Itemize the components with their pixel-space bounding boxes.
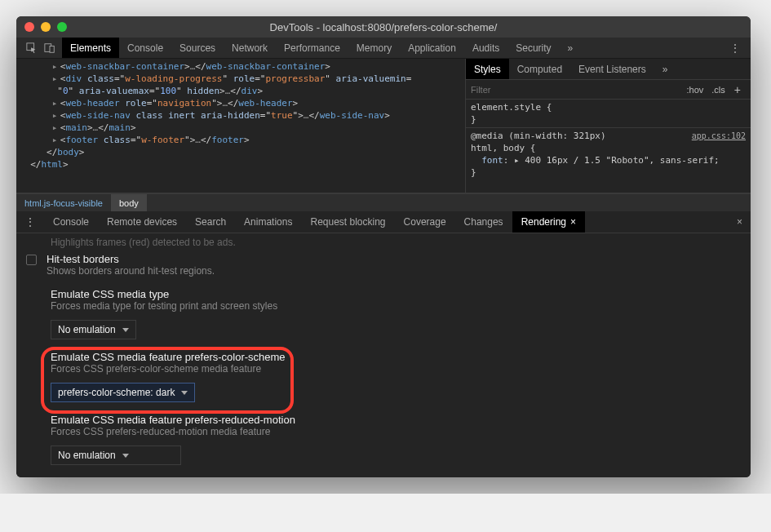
device-toolbar-icon[interactable] [44, 42, 55, 54]
emulate-prefers-color-scheme-section: Emulate CSS media feature prefers-color-… [26, 343, 741, 376]
dom-node-line[interactable]: "0" aria-valuemax="100" hidden>…</div> [20, 85, 462, 97]
option-title: Hit-test borders [47, 253, 215, 265]
breadcrumb-item[interactable]: html.js-focus-visible [16, 194, 111, 211]
dom-node-line[interactable]: ▸<web-side-nav class inert aria-hidden="… [20, 109, 462, 122]
tab-sources[interactable]: Sources [171, 38, 224, 58]
tab-elements[interactable]: Elements [62, 38, 119, 58]
option-subtitle: Forces CSS prefers-reduced-motion media … [51, 426, 741, 437]
sidebar-tab-computed[interactable]: Computed [509, 59, 570, 79]
close-tab-icon[interactable]: × [570, 216, 576, 228]
new-style-rule-icon[interactable]: + [729, 83, 746, 96]
inspect-element-icon[interactable] [26, 42, 38, 54]
rule-selector: html, body { [471, 143, 535, 153]
drawer-tab-changes[interactable]: Changes [455, 211, 512, 233]
breadcrumb-item[interactable]: body [111, 194, 147, 211]
close-brace: } [471, 114, 476, 125]
hit-test-borders-checkbox[interactable] [26, 255, 37, 265]
css-property-value: 400 16px / 1.5 "Roboto", sans-serif; [525, 155, 719, 166]
tab-memory[interactable]: Memory [348, 38, 400, 58]
hit-test-borders-option: Hit-test borders Shows borders around hi… [26, 250, 741, 280]
emulate-prefers-reduced-motion-select[interactable]: No emulation [51, 446, 181, 465]
drawer: ⋮ Console Remote devices Search Animatio… [16, 211, 751, 477]
emulate-prefers-color-scheme-select[interactable]: prefers-color-scheme: dark [51, 383, 195, 402]
dom-node-line[interactable]: ▸<div class="w-loading-progress" role="p… [20, 73, 462, 85]
dom-breadcrumbs: html.js-focus-visible body [16, 193, 751, 211]
drawer-tab-request-blocking[interactable]: Request blocking [301, 211, 394, 233]
more-tabs-icon[interactable]: » [560, 42, 582, 54]
css-property-name: font [481, 155, 503, 166]
sidebar-tab-styles[interactable]: Styles [466, 59, 509, 79]
chevron-down-icon [122, 328, 129, 332]
chevron-down-icon [181, 391, 188, 395]
drawer-tab-console[interactable]: Console [44, 211, 98, 233]
source-link[interactable]: app.css:102 [692, 130, 746, 142]
drawer-menu-icon[interactable]: ⋮ [16, 215, 44, 228]
select-value: No emulation [58, 324, 116, 335]
select-value: No emulation [58, 450, 116, 461]
dom-node-line[interactable]: ▸<footer class="w-footer">…</footer> [20, 134, 462, 146]
main-tab-bar: Elements Console Sources Network Perform… [16, 38, 751, 59]
dom-node-line[interactable]: ▸<web-snackbar-container>…</web-snackbar… [20, 60, 462, 73]
main-tabs: Elements Console Sources Network Perform… [62, 38, 581, 58]
media-query-text: @media (min-width: 321px) [471, 131, 606, 141]
sidebar-tab-overflow-icon[interactable]: » [654, 59, 676, 79]
styles-filter-input[interactable] [471, 85, 683, 95]
option-subtitle: Shows borders around hit-test regions. [47, 265, 215, 277]
tab-application[interactable]: Application [400, 38, 464, 58]
dom-node-line[interactable]: ▸<main>…</main> [20, 122, 462, 134]
drawer-tab-remote-devices[interactable]: Remote devices [98, 211, 186, 233]
styles-rules[interactable]: element.style { } @media (min-width: 321… [466, 100, 751, 193]
tab-performance[interactable]: Performance [276, 38, 348, 58]
sidebar-tab-event-listeners[interactable]: Event Listeners [570, 59, 654, 79]
toggle-hov-button[interactable]: :hov [683, 85, 708, 95]
drawer-tab-search[interactable]: Search [186, 211, 235, 233]
styles-filter-bar: :hov .cls + [466, 80, 751, 100]
styles-tabs: Styles Computed Event Listeners » [466, 59, 751, 80]
dom-node-line[interactable]: </html> [20, 158, 462, 171]
drawer-tab-bar: ⋮ Console Remote devices Search Animatio… [16, 211, 751, 233]
option-subtitle: Forces CSS prefers-color-scheme media fe… [51, 363, 741, 375]
tab-security[interactable]: Security [507, 38, 559, 58]
drawer-tab-rendering[interactable]: Rendering × [512, 211, 585, 233]
svg-rect-2 [50, 46, 54, 52]
expand-shorthand-icon[interactable]: ▸ [514, 155, 520, 166]
option-title: Emulate CSS media feature prefers-reduce… [51, 414, 741, 426]
styles-sidebar: Styles Computed Event Listeners » :hov .… [465, 59, 751, 193]
close-drawer-icon[interactable]: × [729, 216, 751, 228]
tab-network[interactable]: Network [224, 38, 276, 58]
truncated-option-subtitle: Highlights frames (red) detected to be a… [26, 237, 741, 248]
rendering-panel: Highlights frames (red) detected to be a… [16, 233, 751, 477]
titlebar: DevTools - localhost:8080/prefers-color-… [16, 16, 751, 38]
dom-node-line[interactable]: </body> [20, 146, 462, 158]
drawer-tab-label: Rendering [521, 216, 566, 228]
emulate-prefers-reduced-motion-section: Emulate CSS media feature prefers-reduce… [26, 406, 741, 439]
devtools-window: DevTools - localhost:8080/prefers-color-… [16, 16, 751, 477]
drawer-tab-animations[interactable]: Animations [235, 211, 301, 233]
close-brace: } [471, 167, 476, 178]
window-title: DevTools - localhost:8080/prefers-color-… [16, 21, 751, 33]
dom-tree[interactable]: ▸<web-snackbar-container>…</web-snackbar… [16, 59, 465, 193]
option-title: Emulate CSS media type [51, 288, 741, 300]
drawer-tab-coverage[interactable]: Coverage [395, 211, 455, 233]
inline-style-selector: element.style { [471, 102, 552, 113]
tab-console[interactable]: Console [119, 38, 171, 58]
emulate-media-type-section: Emulate CSS media type Forces media type… [26, 280, 741, 313]
option-title: Emulate CSS media feature prefers-color-… [51, 351, 741, 363]
toggle-cls-button[interactable]: .cls [707, 85, 729, 95]
tab-audits[interactable]: Audits [464, 38, 507, 58]
option-subtitle: Forces media type for testing print and … [51, 300, 741, 312]
dom-node-line[interactable]: ▸<web-header role="navigation">…</web-he… [20, 97, 462, 109]
chevron-down-icon [122, 454, 129, 458]
select-value: prefers-color-scheme: dark [58, 387, 175, 398]
emulate-media-type-select[interactable]: No emulation [51, 320, 136, 339]
main-menu-icon[interactable]: ⋮ [720, 42, 751, 55]
